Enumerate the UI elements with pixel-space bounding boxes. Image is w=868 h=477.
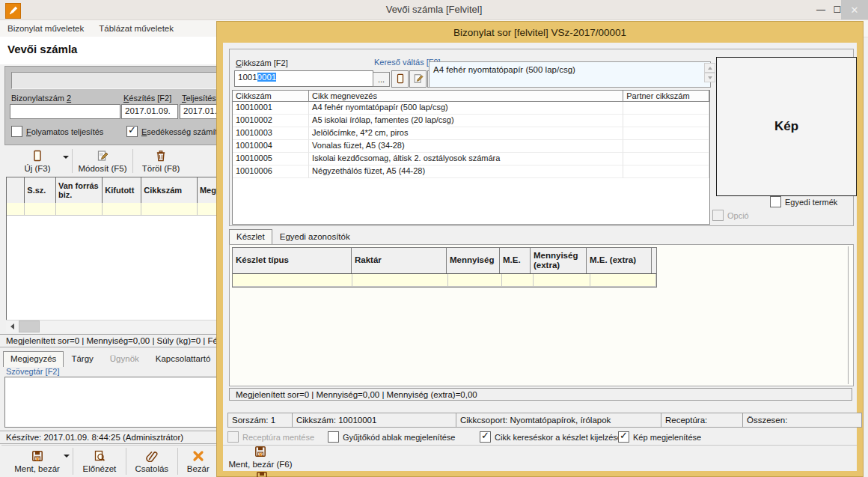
tab--gyn-k[interactable]: Ügynök <box>103 351 147 366</box>
close-button[interactable]: ✕ <box>841 0 868 19</box>
new-page-icon <box>31 150 43 163</box>
cikkszam-label: Cikkszám [F2] <box>236 58 288 67</box>
option-checkbox-0: Receptúra mentése <box>227 431 314 443</box>
save-close-icon <box>254 446 266 459</box>
memo-textarea[interactable] <box>4 377 220 428</box>
info-field-2: Cikkcsoport: Nyomtatópapírok, írólapok <box>456 413 667 428</box>
checkbox-box[interactable] <box>480 431 491 443</box>
tab-kapcsolattart-[interactable]: Kapcsolattartó <box>148 351 218 366</box>
button-label: Új (F3) <box>24 164 50 173</box>
grid-header-rowmark <box>7 177 25 203</box>
bottom-el-n-zet-button[interactable]: Előnézet <box>73 446 126 477</box>
product-grid-row[interactable]: 10010001A4 fehér nyomtatópapír (500 lap/… <box>233 102 709 115</box>
memo-tabs: MegjegyzésTárgyÜgynökKapcsolattartóBan <box>3 349 217 366</box>
product-grid-row[interactable]: 10010002A5 iskolai írólap, famentes (20 … <box>233 115 709 127</box>
stock-grid-empty-row[interactable] <box>233 274 656 287</box>
spinner-down-icon[interactable] <box>704 73 715 82</box>
lookup-ellipsis-button[interactable]: ... <box>373 72 390 87</box>
dialog-ment-j-f3-button[interactable]: Ment, új (F3) <box>223 471 301 477</box>
tab-t-rgy[interactable]: Tárgy <box>64 351 100 366</box>
menu-item-táblázat[interactable]: Táblázat műveletek <box>91 20 181 37</box>
product-grid-row[interactable]: 10010003Jelölőcímke, 4*2 cm, piros <box>233 127 709 140</box>
folyamatos-checkbox-box[interactable] <box>11 126 22 137</box>
menu-item-bizonylat[interactable]: Bizonylat műveletek <box>0 20 91 37</box>
opcio-checkbox-box <box>712 210 724 221</box>
toolbar-t-r-l-f8-button[interactable]: Töröl (F8) <box>133 147 189 175</box>
new-page-button[interactable] <box>391 70 409 88</box>
cikkszam-input[interactable]: 10010001 <box>234 70 373 87</box>
new-page-icon <box>395 73 406 85</box>
product-grid-row[interactable]: 10010005Iskolai kezdőcsomag, áltisk 2. o… <box>233 153 709 165</box>
option-checkbox-3[interactable]: Kép megjelenítése <box>618 431 701 443</box>
dialog-toolbar: Ment, bezár (F6)Ment, új (F3)ReceptúraHa… <box>223 445 857 472</box>
partner-field[interactable] <box>11 72 227 89</box>
cikkszam-selected-text: 0001 <box>257 73 277 82</box>
heading-strip: Vevői számla <box>0 37 216 64</box>
opcio-checkbox: Opció <box>712 210 749 221</box>
tab-megjegyz-s[interactable]: Megjegyzés <box>3 351 64 367</box>
chevron-down-icon[interactable] <box>64 455 70 458</box>
info-field-3: Receptúra: <box>661 413 748 428</box>
checkbox-box[interactable] <box>618 431 629 443</box>
bottom-bez-r-button[interactable]: Bezár <box>178 446 218 477</box>
dialog-status-bar: Megjelenített sor=0 | Mennyiség=0,00 | M… <box>229 388 852 401</box>
option-checkbox-2[interactable]: Cikk kereséskor a készlet kijelzése <box>480 431 622 443</box>
save-icon <box>256 471 268 477</box>
toolbar--j-f3-button[interactable]: Új (F3) <box>3 147 72 175</box>
product-search-group: Cikkszám [F2] Kereső váltás [F9] 1001000… <box>229 49 854 226</box>
stock-grid-header-3: M.E. <box>500 248 531 273</box>
checkbox-box[interactable] <box>328 431 339 443</box>
minimize-button[interactable]: — <box>813 0 829 19</box>
scroll-left-icon[interactable] <box>6 320 19 332</box>
button-label: Előnézet <box>83 464 117 473</box>
dialog-ment-bez-r-f6-button[interactable]: Ment, bezár (F6) <box>223 446 298 469</box>
product-grid-row[interactable]: 10010004Vonalas füzet, A5 (34-28) <box>233 140 709 153</box>
checkbox-label: Receptúra mentése <box>242 433 314 442</box>
scrollbar-thumb[interactable] <box>19 320 40 332</box>
product-grid-row[interactable]: 10010006Négyzethálós füzet, A5 (44-28) <box>233 165 709 178</box>
stock-tabs: KészletEgyedi azonosítók <box>229 228 528 244</box>
bizonylatszam-input[interactable] <box>10 104 120 119</box>
stock-grid-header: Készlet típusRaktárMennyiségM.E.Mennyisé… <box>233 248 656 274</box>
paperclip-icon <box>146 450 158 464</box>
grid-header-Cikkszám: Cikkszám <box>141 177 198 203</box>
horizontal-scrollbar[interactable] <box>6 320 216 332</box>
esedekesseg-checkbox[interactable]: Esedékesség számítás <box>126 126 226 137</box>
egyedi-termek-checkbox[interactable]: Egyedi termék <box>770 196 837 207</box>
stock-grid-header-0: Készlet típus <box>233 248 352 273</box>
bottom-ment-bez-r-button[interactable]: Ment, bezár <box>1 446 73 477</box>
edit-page-button[interactable] <box>409 70 427 88</box>
button-label: Ment, bezár <box>14 464 60 473</box>
opcio-label: Opció <box>727 211 749 220</box>
toolbar-m-dos-t-f5-button[interactable]: Módosít (F5) <box>73 147 132 175</box>
keszites-date-input[interactable]: 2017.01.09. <box>121 104 178 119</box>
button-label: Csatolás <box>135 464 168 473</box>
teljesites-label: Teljesítés <box>182 94 216 103</box>
button-label: Módosít (F5) <box>78 164 126 173</box>
lines-grid-empty-row[interactable] <box>7 203 231 216</box>
preview-icon <box>94 450 106 464</box>
row-toolbar: Új (F3)Módosít (F5)Töröl (F8) <box>3 147 220 175</box>
stock-grid-header-2: Mennyiség <box>447 248 500 273</box>
option-checkbox-1[interactable]: Gyűjtőkód ablak megjelenítése <box>328 431 455 443</box>
chevron-down-icon[interactable] <box>63 156 69 159</box>
button-label: Bezár <box>187 464 210 473</box>
egyedi-termek-checkbox-box[interactable] <box>770 196 781 207</box>
edit-page-icon <box>97 150 109 163</box>
lines-grid-header: S.sz.Van forrás biz.KifutottCikkszámMegn <box>7 177 231 203</box>
product-grid-header-0: Cikkszám <box>233 91 309 101</box>
stock-grid-header-4: Mennyiség (extra) <box>531 248 587 273</box>
szovegtar-link[interactable]: Szövegtár [F2] <box>6 367 60 376</box>
dialog-tab-egyedi-azonos-t-k[interactable]: Egyedi azonosítók <box>272 229 358 244</box>
folyamatos-checkbox[interactable]: Folyamatos teljesítés <box>11 126 103 137</box>
info-field-0: Sorszám: 1 <box>227 413 296 428</box>
esedekesseg-checkbox-box[interactable] <box>126 126 138 137</box>
stock-grid-header-1: Raktár <box>352 248 447 273</box>
dialog-tab-k-szlet[interactable]: Készlet <box>229 229 272 245</box>
vertical-scrollbar[interactable] <box>848 246 849 384</box>
dialog-info-row: Sorszám: 1Cikkszám: 10010001Cikkcsoport:… <box>223 413 857 427</box>
bottom-csatol-s-button[interactable]: Csatolás <box>126 446 177 477</box>
button-label: Ment, bezár (F6) <box>229 460 293 469</box>
grid-header-Kifutott: Kifutott <box>103 177 141 203</box>
spinner-up-icon[interactable] <box>704 63 715 73</box>
